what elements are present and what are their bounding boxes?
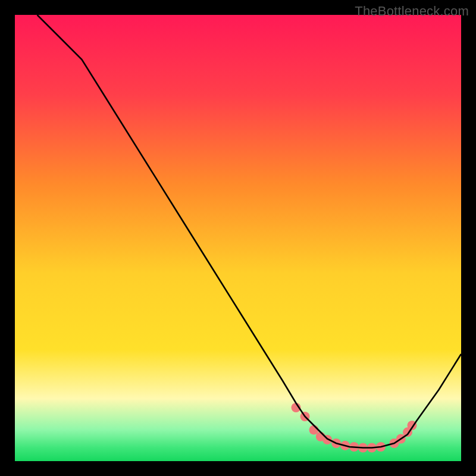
chart-frame: TheBottleneck.com — [0, 0, 476, 476]
gradient-background — [15, 15, 461, 461]
watermark-text: TheBottleneck.com — [355, 4, 469, 19]
chart-svg — [15, 15, 461, 461]
plot-area — [15, 15, 461, 461]
data-marker — [309, 425, 319, 435]
